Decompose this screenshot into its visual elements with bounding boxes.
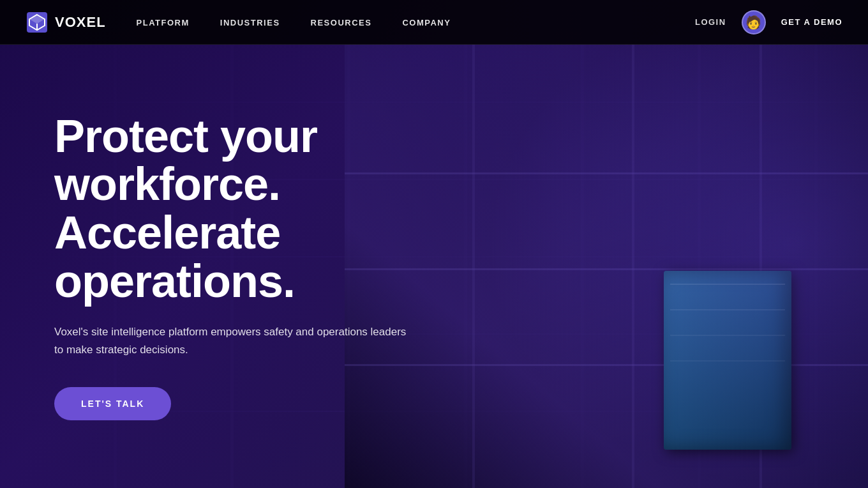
headline-line1: Protect your workforce.	[54, 111, 317, 210]
login-link[interactable]: LOGIN	[695, 17, 726, 27]
lets-talk-button[interactable]: LET'S TALK	[54, 387, 171, 420]
hero-content: Protect your workforce. Accelerate opera…	[0, 68, 479, 420]
nav-links: PLATFORM INDUSTRIES RESOURCES COMPANY	[137, 17, 451, 28]
logo-icon	[26, 11, 49, 34]
nav-resources[interactable]: RESOURCES	[311, 18, 372, 27]
nav-industries[interactable]: INDUSTRIES	[220, 18, 280, 27]
hero-headline: Protect your workforce. Accelerate opera…	[54, 112, 479, 305]
logo[interactable]: VOXEL	[26, 11, 106, 34]
nav-company[interactable]: COMPANY	[402, 18, 451, 27]
hero-section: Protect your workforce. Accelerate opera…	[0, 0, 868, 488]
headline-line2: Accelerate operations.	[54, 207, 295, 307]
get-demo-button[interactable]: GET A DEMO	[781, 17, 842, 27]
hero-subtext: Voxel's site intelligence platform empow…	[54, 323, 412, 359]
nav-platform[interactable]: PLATFORM	[137, 18, 190, 27]
navigation: VOXEL PLATFORM INDUSTRIES RESOURCES COMP…	[0, 0, 868, 45]
avatar: 🧑	[742, 10, 766, 34]
logo-wordmark: VOXEL	[55, 14, 106, 31]
forklift-crate	[664, 271, 791, 450]
nav-right: LOGIN 🧑 GET A DEMO	[695, 10, 842, 34]
shelf-post	[632, 45, 634, 488]
